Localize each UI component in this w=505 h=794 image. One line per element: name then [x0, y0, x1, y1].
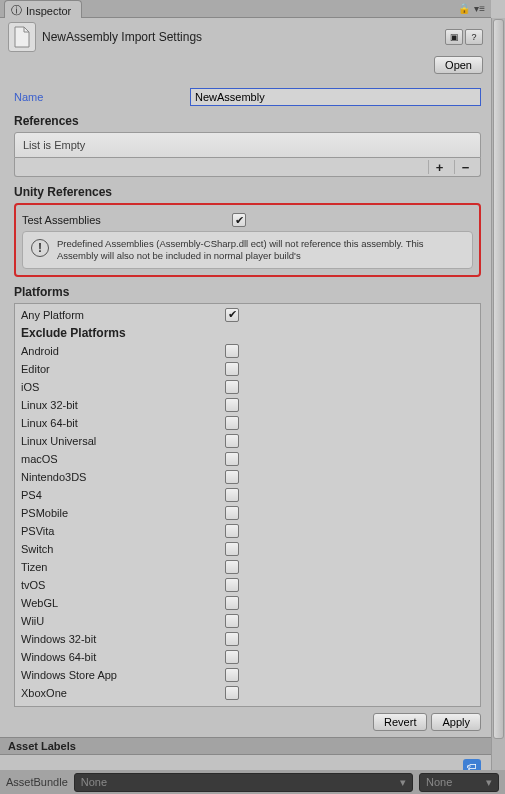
- chevron-down-icon: ▾: [486, 776, 492, 789]
- platform-row: tvOS: [21, 576, 474, 594]
- test-assemblies-highlight: Test Assemblies ✔ ! Predefined Assemblie…: [14, 203, 481, 277]
- platform-row: PS4: [21, 486, 474, 504]
- help-icon[interactable]: ?: [465, 29, 483, 45]
- info-icon: ⓘ: [11, 3, 22, 18]
- name-label: Name: [14, 91, 190, 103]
- platform-row: Linux 32-bit: [21, 396, 474, 414]
- test-assemblies-checkbox[interactable]: ✔: [232, 213, 246, 227]
- platform-row: PSMobile: [21, 504, 474, 522]
- references-list-footer: + −: [14, 158, 481, 177]
- tab-inspector[interactable]: ⓘ Inspector: [4, 0, 82, 18]
- platform-checkbox[interactable]: [225, 542, 239, 556]
- platform-checkbox[interactable]: [225, 578, 239, 592]
- platform-checkbox[interactable]: [225, 470, 239, 484]
- tab-title: Inspector: [26, 5, 71, 17]
- asset-bundle-label: AssetBundle: [6, 776, 68, 788]
- asset-variant-value: None: [426, 776, 452, 788]
- test-assemblies-row: Test Assemblies ✔: [22, 213, 473, 227]
- platform-label: PS4: [21, 489, 225, 501]
- platform-label: Tizen: [21, 561, 225, 573]
- platform-label: Editor: [21, 363, 225, 375]
- chevron-down-icon: ▾: [400, 776, 406, 789]
- platform-label: Windows 32-bit: [21, 633, 225, 645]
- platform-label: PSMobile: [21, 507, 225, 519]
- platform-row: WiiU: [21, 612, 474, 630]
- platform-row: PSVita: [21, 522, 474, 540]
- apply-button[interactable]: Apply: [431, 713, 481, 731]
- name-input[interactable]: [190, 88, 481, 106]
- platform-checkbox[interactable]: [225, 686, 239, 700]
- add-reference-button[interactable]: +: [428, 160, 450, 174]
- platform-label: Linux 64-bit: [21, 417, 225, 429]
- asset-variant-dropdown[interactable]: None ▾: [419, 773, 499, 792]
- platform-row: macOS: [21, 450, 474, 468]
- platform-checkbox[interactable]: [225, 632, 239, 646]
- footer-buttons: Revert Apply: [0, 707, 491, 737]
- platform-row: iOS: [21, 378, 474, 396]
- name-field-row: Name: [14, 88, 481, 106]
- references-header: References: [14, 114, 481, 128]
- header-title: NewAssembly Import Settings: [42, 30, 439, 44]
- platform-row: Android: [21, 342, 474, 360]
- platform-label: XboxOne: [21, 687, 225, 699]
- scrollbar-thumb[interactable]: [493, 19, 504, 739]
- platform-checkbox[interactable]: [225, 434, 239, 448]
- platform-row: WebGL: [21, 594, 474, 612]
- platform-checkbox[interactable]: [225, 506, 239, 520]
- platform-row: Editor: [21, 360, 474, 378]
- platform-checkbox[interactable]: [225, 524, 239, 538]
- platform-label: Switch: [21, 543, 225, 555]
- platform-checkbox[interactable]: [225, 362, 239, 376]
- any-platform-row: Any Platform ✔: [21, 306, 474, 324]
- info-box: ! Predefined Assemblies (Assembly-CSharp…: [22, 231, 473, 269]
- platform-checkbox[interactable]: [225, 416, 239, 430]
- revert-button[interactable]: Revert: [373, 713, 427, 731]
- asset-bundle-dropdown[interactable]: None ▾: [74, 773, 413, 792]
- platform-label: macOS: [21, 453, 225, 465]
- platform-label: iOS: [21, 381, 225, 393]
- panel-menu-icon[interactable]: ▾≡: [474, 3, 485, 14]
- platform-checkbox[interactable]: [225, 380, 239, 394]
- platform-label: WebGL: [21, 597, 225, 609]
- test-assemblies-label: Test Assemblies: [22, 214, 232, 226]
- lock-icon[interactable]: 🔒: [458, 3, 470, 14]
- exclude-platforms-header: Exclude Platforms: [21, 326, 474, 340]
- hierarchy-icon[interactable]: ▣: [445, 29, 463, 45]
- platform-label: Windows Store App: [21, 669, 225, 681]
- info-icon: !: [31, 239, 49, 257]
- platform-row: XboxOne: [21, 684, 474, 702]
- any-platform-checkbox[interactable]: ✔: [225, 308, 239, 322]
- platform-checkbox[interactable]: [225, 596, 239, 610]
- asset-header: NewAssembly Import Settings ▣ ?: [0, 18, 491, 56]
- file-icon: [8, 22, 36, 52]
- platform-row: Linux Universal: [21, 432, 474, 450]
- platform-checkbox[interactable]: [225, 344, 239, 358]
- platform-checkbox[interactable]: [225, 668, 239, 682]
- platform-checkbox[interactable]: [225, 452, 239, 466]
- exclude-platforms-list: AndroidEditoriOSLinux 32-bitLinux 64-bit…: [21, 342, 474, 702]
- platform-label: Nintendo3DS: [21, 471, 225, 483]
- platform-checkbox[interactable]: [225, 650, 239, 664]
- platform-row: Switch: [21, 540, 474, 558]
- platform-label: Linux Universal: [21, 435, 225, 447]
- open-button[interactable]: Open: [434, 56, 483, 74]
- platform-row: Nintendo3DS: [21, 468, 474, 486]
- platform-row: Windows 32-bit: [21, 630, 474, 648]
- platform-checkbox[interactable]: [225, 398, 239, 412]
- platform-checkbox[interactable]: [225, 614, 239, 628]
- platform-label: Android: [21, 345, 225, 357]
- references-list: List is Empty: [14, 132, 481, 158]
- asset-bundle-value: None: [81, 776, 107, 788]
- platforms-box: Any Platform ✔ Exclude Platforms Android…: [14, 303, 481, 707]
- platform-label: WiiU: [21, 615, 225, 627]
- platform-label: Linux 32-bit: [21, 399, 225, 411]
- scrollbar[interactable]: [491, 18, 505, 774]
- platform-checkbox[interactable]: [225, 560, 239, 574]
- platforms-header: Platforms: [14, 285, 481, 299]
- platform-row: Linux 64-bit: [21, 414, 474, 432]
- remove-reference-button[interactable]: −: [454, 160, 476, 174]
- platform-row: Windows 64-bit: [21, 648, 474, 666]
- platform-label: tvOS: [21, 579, 225, 591]
- platform-label: Windows 64-bit: [21, 651, 225, 663]
- platform-checkbox[interactable]: [225, 488, 239, 502]
